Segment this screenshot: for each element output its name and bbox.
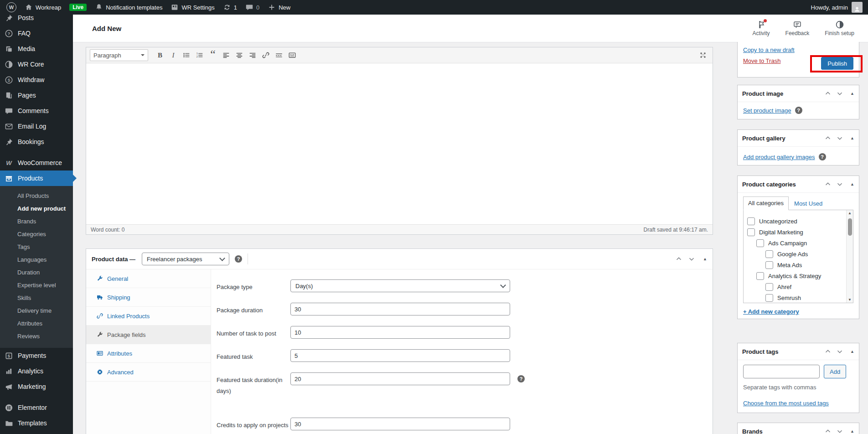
new-menu[interactable]: New [268, 3, 290, 11]
number-of-task-to-post-input[interactable] [290, 326, 510, 339]
category-checkbox[interactable] [756, 239, 764, 247]
publish-button[interactable]: Publish [821, 57, 853, 70]
sidebar-item-bookings[interactable]: Bookings [0, 134, 73, 150]
collapse-icon[interactable]: ▲ [850, 349, 854, 354]
move-up-icon[interactable] [675, 255, 683, 263]
product-type-select[interactable]: Freelancer packages [142, 253, 229, 265]
sidebar-item-wr-core[interactable]: WR Core [0, 57, 73, 72]
help-icon[interactable]: ? [795, 107, 802, 114]
add-gallery-images-link[interactable]: Add product gallery images [743, 154, 815, 160]
scrollbar-thumb[interactable] [848, 218, 852, 236]
collapse-icon[interactable]: ▲ [850, 136, 854, 140]
sidebar-item-analytics[interactable]: Analytics [0, 363, 73, 379]
updates-menu[interactable]: 1 [223, 3, 237, 11]
add-tag-button[interactable]: Add [824, 365, 846, 378]
numbered-list-button[interactable]: 12 [194, 49, 206, 61]
collapse-icon[interactable]: ▲ [703, 257, 707, 261]
sidebar-item-reviews[interactable]: Reviews [0, 330, 73, 342]
sidebar-item-expertise-level[interactable]: Expertise level [0, 279, 73, 291]
help-icon[interactable]: ? [819, 153, 826, 160]
package-duration-input[interactable] [290, 303, 510, 315]
category-item-meta-ads[interactable]: Meta Ads [747, 259, 844, 270]
tab-all-categories[interactable]: All categories [743, 196, 789, 210]
tab-linked-products[interactable]: Linked Products [86, 307, 211, 326]
move-down-icon[interactable] [836, 89, 844, 98]
tab-general[interactable]: General [86, 269, 211, 288]
align-right-button[interactable] [247, 49, 258, 61]
sidebar-item-withdraw[interactable]: $Withdraw [0, 72, 73, 88]
move-up-icon[interactable] [824, 89, 832, 98]
category-item-digital-marketing[interactable]: Digital Marketing [747, 227, 844, 238]
collapse-icon[interactable]: ▲ [850, 182, 854, 186]
sidebar-item-all-products[interactable]: All Products [0, 189, 73, 202]
category-item-ahref[interactable]: Ahref [747, 281, 844, 292]
fullscreen-button[interactable] [697, 49, 709, 61]
bullet-list-button[interactable] [181, 49, 192, 61]
tab-shipping[interactable]: Shipping [86, 288, 211, 307]
link-button[interactable] [260, 49, 272, 61]
align-left-button[interactable] [220, 49, 232, 61]
sidebar-item-pages[interactable]: Pages [0, 88, 73, 103]
avatar[interactable] [852, 2, 863, 13]
brands-header[interactable]: Brands ▲ [738, 423, 859, 434]
product-gallery-header[interactable]: Product gallery ▲ [738, 130, 859, 147]
category-item-semrush[interactable]: Semrush [747, 292, 844, 303]
wordpress-logo-icon[interactable]: W [6, 2, 16, 12]
italic-button[interactable]: I [167, 49, 179, 61]
category-item-uncategorized[interactable]: Uncategorized [747, 216, 844, 227]
sidebar-item-delivery-time[interactable]: Delivery time [0, 304, 73, 317]
align-center-button[interactable] [233, 49, 245, 61]
sidebar-item-comments[interactable]: Comments [0, 103, 73, 119]
sidebar-item-woocommerce[interactable]: WWooCommerce [0, 155, 73, 170]
sidebar-item-media[interactable]: Media [0, 41, 73, 57]
sidebar-item-templates[interactable]: Templates [0, 415, 73, 431]
tab-package-fields[interactable]: Package fields [86, 326, 211, 344]
collapse-icon[interactable]: ▲ [850, 429, 854, 434]
sidebar-item-skills[interactable]: Skills [0, 291, 73, 304]
sidebar-item-faq[interactable]: ?FAQ [0, 26, 73, 41]
wr-settings-menu[interactable]: WR Settings [170, 3, 214, 11]
sidebar-item-languages[interactable]: Languages [0, 253, 73, 266]
help-icon[interactable]: ? [235, 255, 242, 263]
move-down-icon[interactable] [836, 427, 844, 434]
comments-menu[interactable]: 0 [245, 3, 259, 11]
header-action-feedback[interactable]: Feedback [785, 20, 810, 36]
category-checkbox[interactable] [756, 272, 764, 280]
blockquote-button[interactable]: “ [207, 49, 219, 61]
package-type-select[interactable]: Day(s) [290, 279, 510, 292]
sidebar-item-products[interactable]: Products [0, 170, 73, 186]
tab-advanced[interactable]: Advanced [86, 363, 211, 382]
site-menu[interactable]: Workreap [25, 3, 61, 11]
move-down-icon[interactable] [836, 134, 844, 142]
sidebar-item-payments[interactable]: $Payments [0, 348, 73, 363]
scroll-down-icon[interactable]: ▼ [848, 298, 852, 302]
editor-canvas[interactable] [86, 63, 713, 224]
category-item-google-ads[interactable]: Google Ads [747, 248, 844, 259]
category-item-ads-campaign[interactable]: Ads Campaign [747, 238, 844, 248]
sidebar-item-brands[interactable]: Brands [0, 215, 73, 227]
move-down-icon[interactable] [836, 180, 844, 188]
sidebar-item-add-new-product[interactable]: Add new product [0, 202, 73, 215]
category-checkbox[interactable] [765, 283, 773, 291]
choose-most-used-tags-link[interactable]: Choose from the most used tags [743, 400, 829, 407]
move-down-icon[interactable] [687, 255, 696, 263]
collapse-icon[interactable]: ▲ [850, 91, 854, 96]
sidebar-item-categories[interactable]: Categories [0, 227, 73, 240]
sidebar-item-duration[interactable]: Duration [0, 266, 73, 279]
category-checkbox[interactable] [747, 217, 755, 225]
copy-to-draft-link[interactable]: Copy to a new draft [743, 46, 853, 53]
product-categories-header[interactable]: Product categories ▲ [738, 176, 859, 193]
category-checkbox[interactable] [765, 261, 773, 269]
tab-most-used[interactable]: Most Used [789, 197, 828, 210]
sidebar-item-attributes[interactable]: Attributes [0, 317, 73, 330]
featured-task-duration-in-days-input[interactable] [290, 372, 510, 385]
sidebar-item-email-log[interactable]: Email Log [0, 119, 73, 134]
toolbar-toggle-button[interactable] [286, 49, 298, 61]
howdy-text[interactable]: Howdy, admin [811, 4, 848, 11]
category-item-analytics-strategy[interactable]: Analytics & Strategy [747, 270, 844, 281]
sidebar-item-marketing[interactable]: Marketing [0, 379, 73, 394]
move-up-icon[interactable] [824, 427, 832, 434]
bold-button[interactable]: B [154, 49, 166, 61]
notification-templates-menu[interactable]: Notification templates [95, 3, 162, 11]
product-tags-header[interactable]: Product tags ▲ [738, 343, 859, 360]
